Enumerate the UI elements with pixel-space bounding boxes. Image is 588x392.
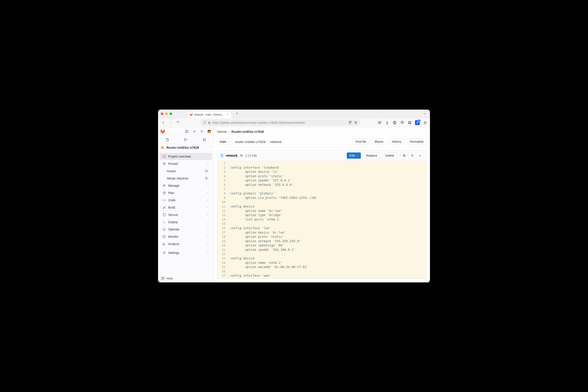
gitlab-logo-icon[interactable] bbox=[160, 129, 165, 134]
line-number[interactable]: 2 bbox=[217, 166, 228, 170]
sidebar-item-analyze[interactable]: Analyze bbox=[159, 240, 212, 248]
line-number[interactable]: 18 bbox=[217, 235, 228, 239]
blame-button[interactable]: Blame bbox=[372, 138, 387, 145]
code-line[interactable]: 18 option proto 'static' bbox=[217, 235, 426, 239]
code-line[interactable]: 9 option ula_prefix 'fdbf:5902:13f6::/48… bbox=[217, 196, 426, 200]
sidebar-item-settings[interactable]: Settings bbox=[159, 249, 212, 256]
line-number[interactable]: 8 bbox=[217, 191, 228, 196]
line-number[interactable]: 27 bbox=[217, 274, 228, 278]
code-line[interactable]: 15 bbox=[217, 222, 426, 226]
sidebar-item-secure[interactable]: Secure bbox=[159, 211, 212, 218]
close-window-button[interactable] bbox=[161, 112, 163, 115]
project-context-row[interactable]: R Router-UniElec-U7628 bbox=[158, 144, 213, 152]
code-line[interactable]: 28 option device 'eth0.2' bbox=[217, 278, 426, 279]
code-line[interactable]: 12 option name 'br-lan' bbox=[217, 209, 426, 213]
sidebar-item-pinned[interactable]: Pinned bbox=[159, 160, 212, 167]
extensions-icon[interactable] bbox=[400, 120, 404, 125]
sidebar-item-issues[interactable]: Issues 0 bbox=[159, 168, 212, 174]
maximize-window-button[interactable] bbox=[170, 112, 172, 115]
code-line[interactable]: 23config device bbox=[217, 256, 426, 261]
menu-icon[interactable] bbox=[423, 120, 427, 125]
code-line[interactable]: 5 option ipaddr '127.0.0.1' bbox=[217, 178, 426, 183]
account-icon[interactable] bbox=[392, 120, 397, 125]
sidebar-item-merge-requests[interactable]: Merge requests 0 bbox=[159, 175, 212, 182]
sidebar-item-code[interactable]: Code bbox=[159, 197, 212, 204]
path-root[interactable]: router-unielec-u7628 bbox=[235, 140, 265, 144]
line-number[interactable]: 4 bbox=[217, 174, 228, 178]
line-number[interactable]: 26 bbox=[217, 269, 228, 274]
line-number[interactable]: 20 bbox=[217, 243, 228, 248]
history-button[interactable]: History bbox=[389, 138, 404, 145]
line-number[interactable]: 5 bbox=[217, 178, 228, 183]
replace-button[interactable]: Replace bbox=[363, 152, 380, 159]
code-viewer[interactable]: 12config interface 'loopback'3 option de… bbox=[217, 161, 426, 279]
code-line[interactable]: 13 option type 'bridge' bbox=[217, 213, 426, 218]
branch-selector[interactable]: main bbox=[217, 138, 232, 145]
rail-tab-todo[interactable] bbox=[195, 136, 213, 144]
new-tab-button[interactable]: + bbox=[234, 111, 240, 117]
line-number[interactable]: 17 bbox=[217, 230, 228, 235]
apps-grid-icon[interactable] bbox=[407, 120, 412, 125]
url-bar[interactable]: https://gitlab.com/dzianisv/router-uniel… bbox=[201, 119, 360, 126]
code-line[interactable]: 19 option netmask '255.255.255.0' bbox=[217, 239, 426, 244]
code-line[interactable]: 24 option name 'eth0.2' bbox=[217, 261, 426, 265]
sidebar-item-overview[interactable]: Project overview bbox=[159, 153, 212, 160]
code-line[interactable]: 21 option ipaddr '192.168.0.1' bbox=[217, 248, 426, 252]
back-button[interactable] bbox=[161, 120, 166, 125]
code-line[interactable]: 6 option netmask '255.0.0.0' bbox=[217, 183, 426, 187]
reload-button[interactable] bbox=[176, 120, 181, 125]
edit-button[interactable]: Edit bbox=[347, 152, 361, 159]
code-line[interactable]: 8config globals 'globals' bbox=[217, 191, 426, 196]
line-number[interactable]: 9 bbox=[217, 196, 228, 200]
minimize-window-button[interactable] bbox=[165, 112, 168, 115]
line-number[interactable]: 13 bbox=[217, 213, 228, 218]
sidebar-item-build[interactable]: Build bbox=[159, 204, 212, 211]
code-line[interactable]: 11config device bbox=[217, 204, 426, 209]
line-number[interactable]: 24 bbox=[217, 261, 228, 265]
line-number[interactable]: 10 bbox=[217, 200, 228, 204]
copy-contents-icon[interactable] bbox=[400, 152, 408, 159]
code-line[interactable]: 7 bbox=[217, 187, 426, 192]
breadcrumb-project[interactable]: Router-UniElec-U7628 bbox=[231, 130, 264, 134]
sidebar-item-manage[interactable]: Manage bbox=[159, 182, 212, 189]
line-number[interactable]: 3 bbox=[217, 170, 228, 174]
breadcrumb-owner[interactable]: Dennis bbox=[217, 130, 227, 134]
code-line[interactable]: 17 option device 'br-lan' bbox=[217, 230, 426, 235]
code-line[interactable]: 14 list ports 'eth0.1' bbox=[217, 218, 426, 222]
line-number[interactable]: 15 bbox=[217, 222, 228, 226]
code-line[interactable]: 4 option proto 'static' bbox=[217, 174, 426, 178]
qr-icon[interactable] bbox=[349, 121, 352, 124]
line-number[interactable]: 12 bbox=[217, 209, 228, 213]
rail-tab-project[interactable] bbox=[158, 136, 177, 144]
download-file-icon[interactable] bbox=[416, 152, 423, 159]
sidebar-help[interactable]: Help bbox=[158, 274, 213, 282]
line-number[interactable]: 23 bbox=[217, 256, 228, 261]
permalink-button[interactable]: Permalink bbox=[407, 138, 426, 145]
raw-file-icon[interactable] bbox=[408, 152, 416, 159]
sidebar-item-monitor[interactable]: Monitor bbox=[159, 233, 212, 240]
line-number[interactable]: 7 bbox=[217, 187, 228, 192]
line-number[interactable]: 25 bbox=[217, 265, 228, 269]
find-file-button[interactable]: Find file bbox=[353, 138, 369, 145]
sidebar-item-operate[interactable]: Operate bbox=[159, 226, 212, 233]
sidebar-item-deploy[interactable]: Deploy bbox=[159, 218, 212, 226]
tab-dropdown-icon[interactable] bbox=[422, 111, 427, 116]
download-icon[interactable] bbox=[385, 120, 389, 125]
rail-tab-merge[interactable] bbox=[177, 136, 195, 144]
line-number[interactable]: 6 bbox=[217, 183, 228, 187]
line-number[interactable]: 21 bbox=[217, 248, 228, 252]
line-number[interactable]: 28 bbox=[217, 278, 228, 279]
code-line[interactable]: 25 option macaddr '8c:88:2b:00:27:62' bbox=[217, 265, 426, 269]
code-line[interactable]: 1 bbox=[217, 161, 426, 166]
code-line[interactable]: 2config interface 'loopback' bbox=[217, 166, 426, 170]
user-avatar[interactable]: 🧑 bbox=[206, 129, 212, 134]
code-line[interactable]: 22 bbox=[217, 252, 426, 256]
sidebar-collapse-icon[interactable] bbox=[184, 128, 190, 134]
line-number[interactable]: 14 bbox=[217, 218, 228, 222]
line-number[interactable]: 1 bbox=[217, 161, 228, 166]
browser-tab[interactable]: network · main · Dennis / Router × bbox=[187, 111, 231, 118]
code-line[interactable]: 26 bbox=[217, 269, 426, 274]
code-line[interactable]: 3 option device 'lo' bbox=[217, 170, 426, 174]
ublock-icon[interactable]: U bbox=[415, 120, 420, 125]
copy-path-icon[interactable] bbox=[240, 154, 243, 157]
